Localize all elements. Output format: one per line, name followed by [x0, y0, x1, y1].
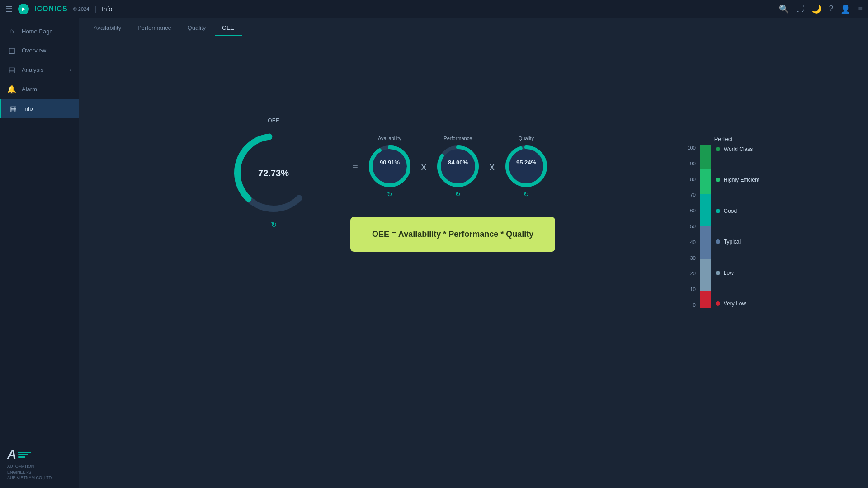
company-name: AUTOMATIONENGINEERSAUE VIETNAM CO.,LTD — [7, 464, 52, 481]
svg-rect-16 — [700, 194, 711, 226]
company-logo: A AUTOMATIONENGINEERSAUE VIETNAM CO.,LTD — [7, 447, 71, 481]
scale-label-90: 90 — [687, 161, 695, 166]
availability-refresh-icon[interactable]: ↻ — [387, 191, 392, 198]
scale-label-50: 50 — [687, 224, 695, 229]
svg-text:72.73%: 72.73% — [258, 168, 289, 178]
topbar-title: Info — [102, 5, 112, 13]
legend-dot-good — [716, 209, 720, 213]
performance-label: Performance — [443, 136, 472, 141]
legend-very-low: Very Low — [716, 300, 760, 307]
company-sub: AUE VIETNAM CO.,LTD — [7, 475, 52, 480]
quality-gauge: 95.24% — [504, 144, 549, 189]
legend-typical: Typical — [716, 239, 760, 245]
sidebar-label-overview: Overview — [22, 47, 46, 54]
scale-layout: 100 90 80 70 60 50 40 30 20 10 0 — [687, 145, 760, 308]
svg-text:95.24%: 95.24% — [516, 159, 537, 166]
tab-availability[interactable]: Availability — [86, 21, 128, 36]
scale-bar-svg — [700, 145, 711, 308]
topbar-icons: 🔍 ⛶ 🌙 ? 👤 ≡ — [779, 4, 863, 14]
theme-icon[interactable]: 🌙 — [811, 4, 821, 14]
legend-label-highly-efficient: Highly Efficient — [724, 177, 760, 183]
scale-legend: World Class Highly Efficient Good T — [716, 145, 760, 308]
formula-box: OEE = Availability * Performance * Quali… — [350, 217, 555, 252]
scale-label-10: 10 — [687, 286, 695, 292]
performance-refresh-icon[interactable]: ↻ — [455, 191, 461, 198]
sidebar-bottom: A AUTOMATIONENGINEERSAUE VIETNAM CO.,LTD — [0, 440, 79, 488]
legend-label-good: Good — [724, 208, 737, 214]
legend-label-world-class: World Class — [724, 146, 753, 152]
more-icon[interactable]: ≡ — [858, 4, 863, 14]
scale-label-20: 20 — [687, 271, 695, 276]
tab-bar: Availability Performance Quality OEE — [79, 18, 868, 36]
svg-rect-18 — [700, 145, 711, 169]
overview-icon: ◫ — [7, 46, 16, 55]
sidebar-item-info[interactable]: ▦ Info — [0, 99, 79, 118]
analysis-icon: ▤ — [7, 66, 16, 74]
scale-label-100: 100 — [687, 145, 695, 150]
content-area: Availability Performance Quality OEE OEE — [79, 18, 868, 488]
svg-text:90.91%: 90.91% — [380, 159, 400, 166]
svg-rect-14 — [700, 259, 711, 291]
quality-circle: 95.24% — [504, 144, 549, 189]
search-icon[interactable]: 🔍 — [779, 4, 789, 14]
main-layout: ⌂ Home Page ◫ Overview ▤ Analysis › 🔔 Al… — [0, 18, 868, 488]
legend-dot-very-low — [716, 301, 720, 306]
times-sign-1: x — [420, 161, 428, 173]
legend-good: Good — [716, 208, 760, 214]
legend-label-typical: Typical — [724, 239, 741, 245]
sidebar-item-home[interactable]: ⌂ Home Page — [0, 22, 79, 41]
scale-title: Perfect — [714, 136, 733, 142]
quality-label: Quality — [519, 136, 534, 141]
metric-card-availability: Availability 90.91% ↻ — [367, 136, 412, 198]
oee-gauge-label: OEE — [268, 117, 279, 124]
user-icon[interactable]: 👤 — [840, 4, 850, 14]
play-button[interactable] — [18, 4, 29, 14]
sidebar-label-info: Info — [23, 105, 33, 112]
home-icon: ⌂ — [7, 27, 16, 35]
menu-icon[interactable]: ☰ — [5, 4, 13, 14]
times-sign-2: x — [488, 161, 496, 173]
equals-sign: = — [350, 161, 360, 173]
legend-world-class: World Class — [716, 146, 760, 152]
logo-lines — [18, 452, 31, 458]
legend-low: Low — [716, 270, 760, 276]
scale-bar — [700, 145, 711, 308]
legend-dot-typical — [716, 239, 720, 244]
availability-label: Availability — [378, 136, 401, 141]
svg-text:84.00%: 84.00% — [448, 159, 468, 166]
scale-container: Perfect 100 90 80 70 60 50 40 30 20 10 — [687, 136, 760, 308]
legend-highly-efficient: Highly Efficient — [716, 177, 760, 183]
sidebar-item-analysis[interactable]: ▤ Analysis › — [0, 60, 79, 80]
topbar: ☰ ICONICS © 2024 | Info 🔍 ⛶ 🌙 ? 👤 ≡ — [0, 0, 868, 18]
performance-gauge: 84.00% — [435, 144, 481, 189]
dashboard: OEE 72.73% ↻ = Availability — [79, 36, 868, 488]
scale-labels: 100 90 80 70 60 50 40 30 20 10 0 — [687, 145, 695, 308]
metric-card-performance: Performance 84.00% ↻ — [435, 136, 481, 198]
availability-gauge: 90.91% — [367, 144, 412, 189]
quality-refresh-icon[interactable]: ↻ — [524, 191, 529, 198]
sidebar-label-analysis: Analysis — [22, 66, 43, 73]
legend-dot-highly-efficient — [716, 178, 720, 182]
alarm-icon: 🔔 — [7, 85, 16, 94]
availability-circle: 90.91% — [367, 144, 412, 189]
metric-card-quality: Quality 95.24% ↻ — [504, 136, 549, 198]
formula-text: OEE = Availability * Performance * Quali… — [372, 230, 533, 239]
performance-circle: 84.00% — [435, 144, 481, 189]
scale-label-70: 70 — [687, 192, 695, 197]
scale-label-60: 60 — [687, 208, 695, 213]
help-icon[interactable]: ? — [829, 4, 833, 14]
svg-rect-17 — [700, 169, 711, 194]
svg-rect-13 — [700, 291, 711, 308]
logo-letter: A — [7, 447, 16, 462]
tab-oee[interactable]: OEE — [215, 21, 241, 36]
tab-performance[interactable]: Performance — [130, 21, 178, 36]
legend-dot-world-class — [716, 147, 720, 151]
sidebar-item-overview[interactable]: ◫ Overview — [0, 41, 79, 60]
oee-gauge-container: OEE 72.73% ↻ — [228, 117, 319, 229]
legend-label-low: Low — [724, 270, 734, 276]
chevron-right-icon: › — [70, 67, 71, 72]
oee-refresh-icon[interactable]: ↻ — [271, 221, 277, 229]
sidebar-item-alarm[interactable]: 🔔 Alarm — [0, 80, 79, 99]
tab-quality[interactable]: Quality — [180, 21, 213, 36]
expand-icon[interactable]: ⛶ — [796, 4, 804, 14]
